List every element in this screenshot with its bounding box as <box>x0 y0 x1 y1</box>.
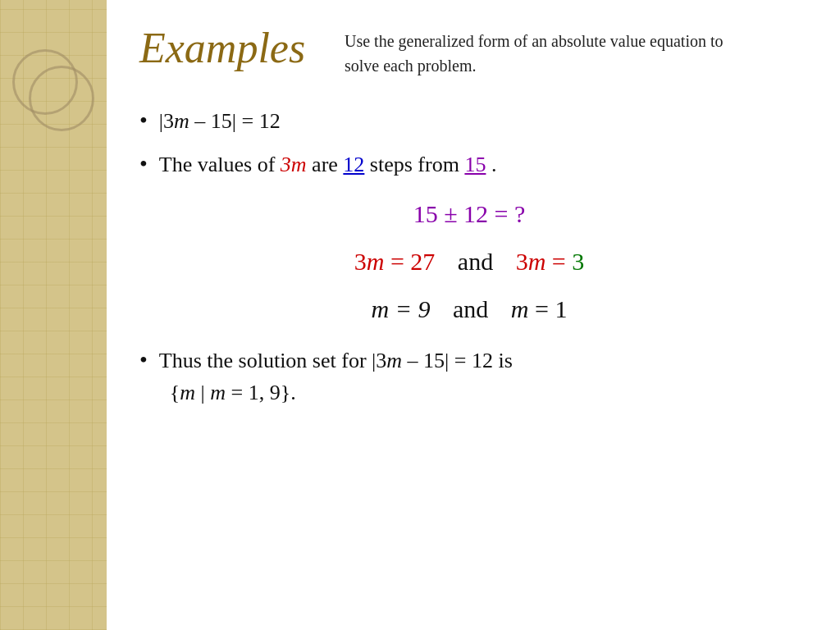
and-1: and <box>458 248 493 275</box>
var-3m-1: 3m <box>281 153 307 176</box>
and-2: and <box>453 295 488 322</box>
eq1-left: 3m = 27 <box>354 248 436 275</box>
equation-line-2: m = 9 and m = 1 <box>139 290 799 329</box>
bullet-item-2: • The values of 3m are 12 steps from 15 … <box>139 146 799 183</box>
circle-decoration <box>12 49 94 131</box>
equation-line-1: 3m = 27 and 3m = 3 <box>139 242 799 281</box>
content-area: • |3m – 15| = 12 • The values of 3m are … <box>139 103 799 605</box>
bullet-1-text: |3m – 15| = 12 <box>159 105 281 137</box>
solution-m9: m = 9 <box>372 295 431 322</box>
bullet-2-dot: • <box>139 146 148 183</box>
header-row: Examples Use the generalized form of an … <box>139 25 799 78</box>
bullet-3-text: Thus the solution set for |3m – 15| = 12… <box>159 345 513 409</box>
circle-2 <box>29 66 94 131</box>
bullet-3-dot: • <box>139 342 148 379</box>
instructions-text: Use the generalized form of an absolute … <box>345 25 738 78</box>
value-12: 12 <box>343 153 364 176</box>
plusminus-expression: 15 ± 12 = ? <box>413 200 526 227</box>
main-content: Examples Use the generalized form of an … <box>107 0 840 630</box>
sidebar <box>0 0 107 630</box>
eq1-right: 3m = 3 <box>516 248 585 275</box>
bullet-2-text: The values of 3m are 12 steps from 15 . <box>159 148 497 180</box>
value-15: 15 <box>464 153 486 176</box>
bullet-item-1: • |3m – 15| = 12 <box>139 103 799 139</box>
page-title: Examples <box>139 25 320 71</box>
bullet-item-3: • Thus the solution set for |3m – 15| = … <box>139 342 799 409</box>
bullet-1-dot: • <box>139 103 148 139</box>
solution-m1: m = 1 <box>511 295 568 322</box>
plusminus-line: 15 ± 12 = ? <box>139 194 799 234</box>
